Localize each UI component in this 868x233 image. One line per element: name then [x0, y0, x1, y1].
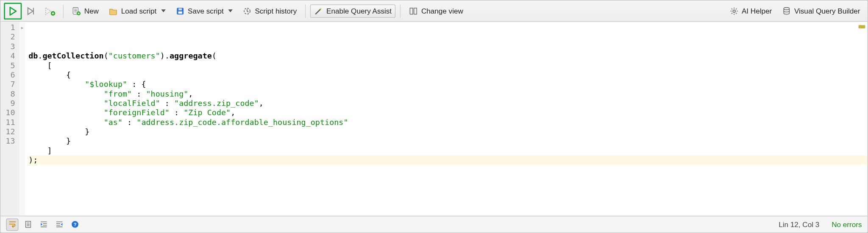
line-number: 2 — [4, 32, 15, 42]
line-number-gutter: 12345678910111213 — [0, 22, 19, 216]
code-line[interactable]: "localField" : "address.zip_code", — [28, 99, 868, 108]
run-new-tab-button[interactable] — [42, 4, 58, 18]
fold-marker — [19, 127, 25, 136]
fold-marker — [19, 99, 25, 108]
svg-rect-12 — [178, 8, 182, 10]
code-line[interactable]: } — [28, 127, 868, 136]
save-script-button[interactable]: Save script — [172, 4, 236, 18]
toolbar-separator — [63, 4, 64, 18]
svg-point-25 — [784, 7, 789, 9]
svg-line-21 — [731, 8, 732, 9]
fold-marker — [19, 42, 25, 51]
cursor-position: Lin 12, Col 3 — [779, 220, 819, 229]
status-bar: ? Lin 12, Col 3 No errors — [0, 216, 867, 232]
code-editor[interactable]: 12345678910111213 ▸ db.getCollection("cu… — [0, 22, 867, 216]
code-line[interactable]: db.getCollection("customers").aggregate( — [28, 51, 868, 61]
query-editor-panel: New Load script Save script Script histo… — [0, 0, 868, 233]
code-area[interactable]: db.getCollection("customers").aggregate(… — [25, 22, 867, 216]
fold-marker — [19, 136, 25, 146]
line-number: 5 — [4, 61, 15, 70]
run-selection-icon — [26, 6, 37, 16]
code-line[interactable]: "$lookup" : { — [28, 80, 868, 89]
line-number: 4 — [4, 51, 15, 61]
ai-helper-button[interactable]: AI Helper — [726, 4, 776, 18]
script-history-label: Script history — [255, 7, 297, 15]
svg-rect-14 — [410, 8, 413, 14]
database-icon — [782, 6, 791, 15]
svg-marker-39 — [61, 223, 62, 226]
line-number: 12 — [4, 127, 15, 136]
new-script-button[interactable]: New — [68, 4, 103, 18]
run-button[interactable] — [6, 4, 20, 18]
line-number: 6 — [4, 70, 15, 80]
code-line[interactable]: } — [28, 136, 868, 146]
svg-marker-1 — [28, 8, 33, 14]
fold-marker — [19, 108, 25, 117]
run-selection-button[interactable] — [24, 4, 40, 18]
help-button[interactable]: ? — [69, 218, 81, 230]
change-view-label: Change view — [421, 7, 463, 15]
change-view-button[interactable]: Change view — [405, 4, 467, 18]
code-line[interactable]: { — [28, 70, 868, 80]
svg-marker-34 — [40, 223, 42, 226]
magic-wand-icon — [314, 6, 323, 15]
run-icon — [8, 6, 18, 16]
line-number: 9 — [4, 99, 15, 108]
line-number: 7 — [4, 80, 15, 89]
fold-marker — [19, 118, 25, 127]
error-status: No errors — [832, 220, 862, 229]
save-icon — [175, 6, 184, 15]
toolbar-separator — [400, 4, 401, 18]
new-script-label: New — [84, 7, 99, 15]
svg-line-24 — [731, 13, 732, 14]
svg-line-23 — [736, 8, 737, 9]
wrap-toggle-button[interactable] — [6, 218, 18, 230]
load-script-button[interactable]: Load script — [105, 4, 169, 18]
visual-query-builder-button[interactable]: Visual Query Builder — [778, 4, 864, 18]
folder-icon — [109, 6, 118, 15]
dropdown-caret-icon — [161, 9, 166, 12]
new-file-icon — [72, 6, 81, 15]
svg-point-16 — [733, 10, 735, 12]
indent-right-button[interactable] — [37, 218, 50, 230]
line-number: 8 — [4, 89, 15, 99]
ai-helper-label: AI Helper — [742, 7, 772, 15]
toolbar-separator — [305, 4, 306, 18]
code-line[interactable]: ); — [28, 155, 868, 165]
enable-query-assist-button[interactable]: Enable Query Assist — [310, 4, 395, 18]
code-line[interactable]: "foreignField" : "Zip Code", — [28, 108, 868, 117]
svg-rect-11 — [178, 11, 182, 13]
svg-marker-3 — [46, 8, 51, 14]
svg-marker-0 — [10, 7, 16, 14]
help-icon: ? — [70, 220, 79, 229]
code-line[interactable]: "as" : "address.zip_code.affordable_hous… — [28, 118, 868, 127]
code-line[interactable]: [ — [28, 61, 868, 70]
visual-query-builder-label: Visual Query Builder — [794, 7, 860, 15]
line-number: 3 — [4, 42, 15, 51]
history-icon — [242, 6, 251, 15]
svg-line-22 — [736, 13, 737, 14]
svg-rect-15 — [414, 8, 417, 14]
line-number: 13 — [4, 136, 15, 146]
line-number: 11 — [4, 118, 15, 127]
fold-marker — [19, 61, 25, 70]
code-line[interactable]: "from" : "housing", — [28, 89, 868, 99]
fold-marker — [19, 70, 25, 80]
load-script-label: Load script — [121, 7, 157, 15]
document-view-button[interactable] — [22, 218, 34, 230]
code-line[interactable]: ] — [28, 146, 868, 155]
minimap-marker — [859, 25, 865, 28]
indent-left-button[interactable] — [53, 218, 65, 230]
svg-text:?: ? — [73, 222, 76, 227]
document-icon — [24, 220, 32, 229]
fold-marker — [19, 80, 25, 89]
run-new-icon — [44, 6, 56, 16]
save-script-label: Save script — [188, 7, 224, 15]
line-number: 1 — [4, 23, 15, 32]
code-line[interactable] — [28, 165, 868, 174]
indent-left-icon — [55, 220, 64, 229]
script-history-button[interactable]: Script history — [239, 4, 300, 18]
gear-icon — [729, 6, 738, 15]
line-number: 10 — [4, 108, 15, 117]
fold-marker[interactable]: ▸ — [19, 23, 25, 32]
